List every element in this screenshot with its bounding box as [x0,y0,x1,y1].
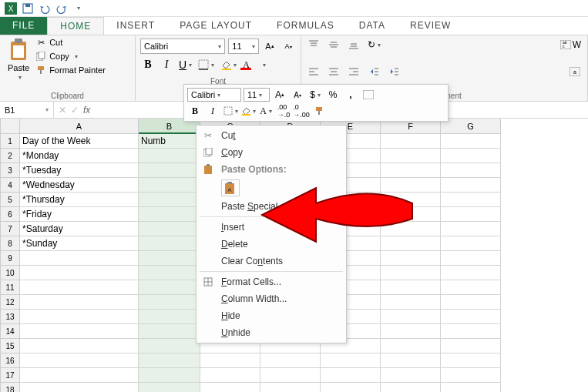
cell[interactable]: *Thursday [20,193,139,207]
cell[interactable]: *Monday [20,149,139,163]
row-header[interactable]: 16 [0,353,20,368]
menu-hide[interactable]: Hide [197,307,346,324]
tab-insert[interactable]: INSERT [104,17,167,35]
row-header[interactable]: 4 [0,178,20,193]
row-header[interactable]: 8 [0,236,20,251]
mini-font-color[interactable]: A▾ [258,104,274,118]
menu-clear-contents[interactable]: Clear Contents [197,253,346,270]
cell[interactable] [381,251,441,266]
cell[interactable] [441,251,501,266]
row-header[interactable]: 15 [0,339,20,353]
cell[interactable] [381,339,441,353]
align-center-icon[interactable] [326,64,341,79]
merge-center-button[interactable]: a [567,64,583,79]
borders-button[interactable]: ▾ [197,57,216,72]
tab-review[interactable]: REVIEW [398,17,463,35]
accounting-format-icon[interactable]: $▾ [307,88,323,102]
align-right-icon[interactable] [346,64,361,79]
cell[interactable] [200,383,260,392]
format-painter-button[interactable]: Format Painter [35,65,106,75]
mini-fill-color[interactable]: ▾ [240,104,256,118]
mini-font-combo[interactable]: Calibri ▾ [187,88,241,102]
row-header[interactable]: 11 [0,280,20,295]
cell[interactable] [381,163,441,178]
row-header[interactable]: 5 [0,193,20,207]
cell[interactable] [139,310,200,324]
menu-unhide[interactable]: Unhide [197,324,346,341]
cell[interactable] [139,266,200,280]
cell[interactable]: *Tuesday [20,163,139,178]
menu-format-cells[interactable]: Format Cells... [197,273,346,290]
row-header[interactable]: 2 [0,149,20,163]
mini-borders[interactable]: ▾ [223,104,238,118]
underline-button[interactable]: U▾ [177,57,193,72]
cell[interactable] [381,353,441,368]
cell[interactable] [381,266,441,280]
orientation-icon[interactable]: ↻▾ [366,37,382,52]
cell[interactable] [20,266,139,280]
cell[interactable] [200,353,260,368]
cell[interactable] [381,149,441,163]
cell[interactable] [441,178,501,193]
cell[interactable] [381,368,441,383]
cell[interactable] [381,295,441,310]
row-header[interactable]: 12 [0,295,20,310]
row-header[interactable]: 18 [0,383,20,392]
save-icon[interactable] [22,2,34,15]
cancel-icon[interactable]: ✕ [59,105,66,116]
cell[interactable] [139,149,200,163]
cell[interactable] [139,207,200,222]
row-header[interactable]: 6 [0,207,20,222]
cell[interactable] [139,295,200,310]
increase-indent-icon[interactable] [386,64,402,79]
cell[interactable] [441,295,501,310]
cell[interactable] [139,236,200,251]
cell[interactable] [139,339,200,353]
align-top-icon[interactable] [306,37,321,52]
cell[interactable]: *Friday [20,207,139,222]
cell[interactable] [139,368,200,383]
tab-file[interactable]: FILE [0,17,47,35]
cell[interactable] [441,134,501,149]
fx-icon[interactable]: fx [83,105,90,116]
cell[interactable] [20,353,139,368]
decrease-font-icon[interactable]: A▾ [290,88,305,102]
cell[interactable] [321,383,381,392]
bold-button[interactable]: B [140,57,156,72]
tab-data[interactable]: DATA [347,17,398,35]
tab-home[interactable]: HOME [47,17,104,35]
cell[interactable] [381,134,441,149]
cell[interactable] [441,266,501,280]
cell[interactable] [441,383,501,392]
cell[interactable] [381,207,441,222]
cell[interactable] [139,353,200,368]
cell[interactable] [321,368,381,383]
cell[interactable] [381,222,441,236]
row-header[interactable]: 13 [0,310,20,324]
cell[interactable] [441,339,501,353]
cell[interactable] [20,339,139,353]
column-header[interactable]: A [20,119,139,134]
row-header[interactable]: 9 [0,251,20,266]
cell[interactable] [381,324,441,339]
cell[interactable] [260,353,321,368]
cut-button[interactable]: ✂ Cut [35,37,106,48]
cell[interactable] [139,251,200,266]
row-header[interactable]: 10 [0,266,20,280]
increase-font-icon[interactable]: A▴ [272,88,287,102]
fill-color-button[interactable]: ▾ [219,57,238,72]
cell[interactable] [260,383,321,392]
menu-cut[interactable]: ✂ Cut [197,127,346,144]
cell[interactable] [381,310,441,324]
tab-formulas[interactable]: FORMULAS [264,17,347,35]
menu-insert[interactable]: Insert [197,219,346,236]
cell[interactable] [20,383,139,392]
row-header[interactable]: 17 [0,368,20,383]
row-header[interactable]: 14 [0,324,20,339]
row-header[interactable]: 1 [0,134,20,149]
cell[interactable] [321,353,381,368]
increase-font-icon[interactable]: A▴ [262,39,277,54]
cell[interactable] [20,295,139,310]
cell[interactable] [20,368,139,383]
decrease-indent-icon[interactable] [366,64,381,79]
